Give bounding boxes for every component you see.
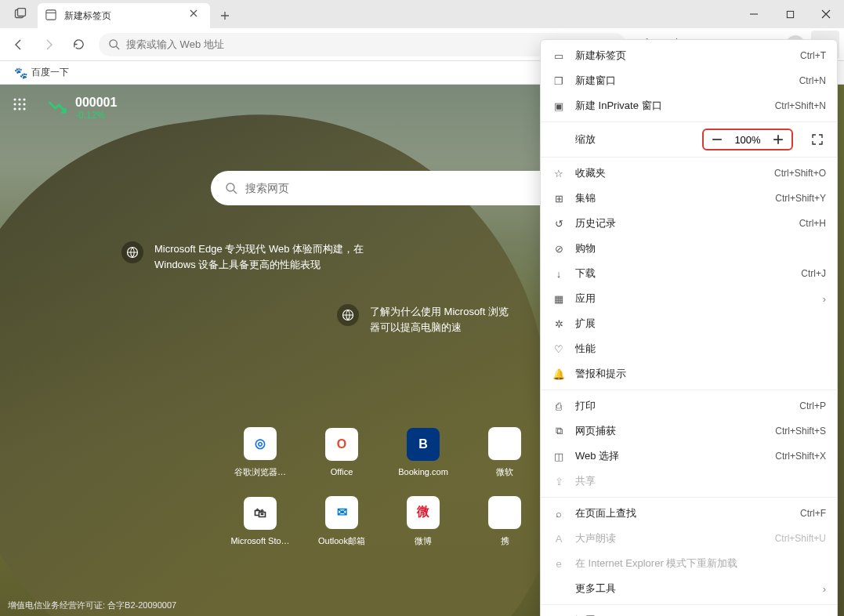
svg-point-21	[13, 107, 16, 110]
trend-down-icon	[47, 98, 67, 118]
tile-icon: B	[407, 428, 440, 461]
menu-separator	[541, 497, 837, 498]
search-icon	[225, 182, 237, 194]
menu-new-tab[interactable]: ▭新建标签页Ctrl+T	[541, 43, 837, 68]
tile-label: 微软	[496, 466, 513, 478]
menu-print[interactable]: ⎙打印Ctrl+P	[541, 393, 837, 419]
menu-capture[interactable]: ⧉网页捕获Ctrl+Shift+S	[541, 419, 837, 444]
svg-line-26	[234, 190, 237, 194]
quick-link-tile[interactable]: 携	[464, 487, 545, 556]
svg-rect-5	[787, 11, 793, 17]
globe-icon	[337, 304, 359, 326]
menu-separator	[541, 604, 837, 605]
menu-history[interactable]: ↺历史记录Ctrl+H	[541, 211, 837, 236]
tile-label: Office	[331, 467, 353, 476]
stock-widget[interactable]: 000001 -0.12%	[47, 96, 117, 121]
bookmark-label: 百度一下	[31, 66, 69, 79]
menu-new-inprivate[interactable]: ▣新建 InPrivate 窗口Ctrl+Shift+N	[541, 93, 837, 118]
menu-share: ⇪共享	[541, 469, 837, 494]
tile-icon: 🛍	[244, 497, 277, 530]
menu-zoom-row: 缩放 100%	[541, 125, 837, 154]
zoom-out-button[interactable]	[708, 131, 726, 148]
menu-downloads[interactable]: ↓下载Ctrl+J	[541, 261, 837, 286]
new-tab-button[interactable]	[213, 4, 237, 27]
menu-extensions[interactable]: ✲扩展	[541, 311, 837, 336]
menu-settings[interactable]: ⚙设置	[541, 608, 837, 616]
inprivate-icon: ▣	[552, 100, 566, 112]
close-icon[interactable]	[190, 9, 202, 22]
stock-percent: -0.12%	[75, 110, 117, 121]
minimize-button[interactable]	[736, 0, 772, 28]
zoom-label: 缩放	[552, 132, 693, 147]
quick-link-tile[interactable]: 微微博	[382, 487, 464, 556]
active-tab[interactable]: 新建标签页	[38, 3, 210, 28]
tile-label: Outlook邮箱	[318, 535, 365, 547]
svg-point-6	[110, 40, 117, 47]
tab-actions-button[interactable]	[6, 0, 34, 28]
chevron-right-icon: ›	[823, 293, 826, 305]
close-window-button[interactable]	[808, 0, 844, 28]
tile-icon	[488, 427, 521, 460]
menu-collections[interactable]: ⊞集锦Ctrl+Shift+Y	[541, 186, 837, 211]
footer-license: 增值电信业务经营许可证: 合字B2-20090007	[8, 600, 176, 611]
apps-grid-icon[interactable]	[11, 96, 28, 113]
find-icon: ⌕	[552, 508, 566, 520]
svg-point-15	[13, 98, 16, 100]
svg-point-16	[18, 98, 20, 100]
window-controls	[736, 0, 844, 28]
share-icon: ⇪	[552, 476, 566, 487]
maximize-button[interactable]	[772, 0, 808, 28]
quick-link-tile[interactable]: 微软	[464, 418, 545, 487]
svg-line-7	[116, 46, 119, 49]
shopping-icon: ⊘	[552, 243, 566, 255]
quick-link-tile[interactable]: BBooking.com	[382, 418, 464, 487]
menu-separator	[541, 157, 837, 158]
menu-shopping[interactable]: ⊘购物	[541, 236, 837, 261]
quick-links: ◎谷歌浏览器…OOfficeBBooking.com微软🛍Microsoft S…	[219, 418, 545, 556]
zoom-in-button[interactable]	[770, 131, 787, 148]
menu-separator	[541, 121, 837, 122]
refresh-button[interactable]	[64, 31, 92, 59]
menu-alerts[interactable]: 🔔警报和提示	[541, 361, 837, 386]
tab-favicon	[45, 9, 58, 22]
menu-ie-mode: e在 Internet Explorer 模式下重新加载	[541, 551, 837, 576]
fullscreen-button[interactable]	[809, 131, 826, 148]
bookmark-baidu[interactable]: 🐾 百度一下	[9, 63, 74, 82]
zoom-value: 100%	[734, 134, 762, 146]
menu-new-window[interactable]: ❐新建窗口Ctrl+N	[541, 68, 837, 93]
svg-point-17	[23, 98, 25, 100]
svg-point-22	[18, 107, 20, 110]
quick-link-tile[interactable]: 🛍Microsoft Sto…	[219, 487, 301, 556]
extensions-icon: ✲	[552, 318, 566, 330]
back-button[interactable]	[5, 31, 33, 59]
menu-find[interactable]: ⌕在页面上查找Ctrl+F	[541, 501, 837, 526]
apps-icon: ▦	[552, 293, 566, 305]
svg-point-20	[23, 103, 25, 105]
tab-icon: ▭	[552, 50, 566, 62]
menu-more-tools[interactable]: 更多工具›	[541, 576, 837, 601]
menu-performance[interactable]: ♡性能	[541, 336, 837, 361]
tile-label: 携	[501, 535, 509, 547]
search-icon	[108, 38, 120, 50]
quick-link-tile[interactable]: OOffice	[301, 418, 382, 487]
menu-apps[interactable]: ▦应用›	[541, 286, 837, 311]
promo-card-1[interactable]: Microsoft Edge 专为现代 Web 体验而构建，在 Windows …	[121, 241, 372, 273]
menu-favorites[interactable]: ☆收藏夹Ctrl+Shift+O	[541, 161, 837, 186]
promo-card-2[interactable]: 了解为什么使用 Microsoft 浏览器可以提高电脑的速	[337, 304, 509, 335]
download-icon: ↓	[552, 268, 566, 280]
tile-icon: O	[325, 428, 358, 461]
forward-button[interactable]	[34, 31, 63, 59]
svg-point-18	[13, 103, 16, 105]
menu-read-aloud: A大声朗读Ctrl+Shift+U	[541, 526, 837, 551]
tile-icon: 微	[407, 496, 440, 529]
quick-link-tile[interactable]: ◎谷歌浏览器…	[219, 418, 301, 487]
menu-separator	[541, 390, 837, 390]
address-input[interactable]	[126, 38, 598, 50]
baidu-icon: 🐾	[14, 67, 27, 79]
tile-icon: ◎	[244, 427, 277, 460]
svg-point-23	[23, 107, 25, 110]
menu-web-select[interactable]: ◫Web 选择Ctrl+Shift+X	[541, 444, 837, 469]
svg-point-25	[226, 183, 234, 191]
print-icon: ⎙	[552, 400, 566, 412]
quick-link-tile[interactable]: ✉Outlook邮箱	[301, 487, 382, 556]
